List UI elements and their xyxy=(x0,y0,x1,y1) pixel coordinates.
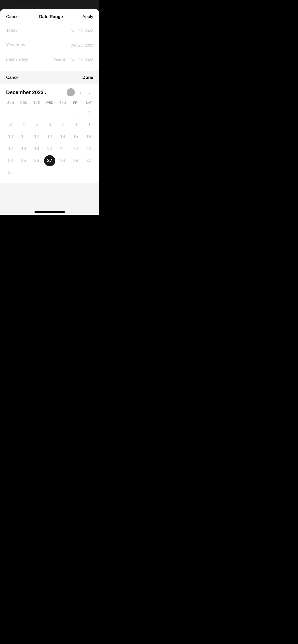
calendar-day[interactable]: 19 xyxy=(30,143,43,154)
calendar-day[interactable]: 17 xyxy=(4,143,17,154)
calendar-day[interactable]: 18 xyxy=(17,143,30,154)
calendar-day xyxy=(17,167,30,178)
dow-cell: SAT xyxy=(82,99,95,106)
date-range-item[interactable]: YesterdayDec 26, 2023 xyxy=(6,38,93,52)
bottom-sheet-header: Cancel Done xyxy=(0,71,99,84)
calendar-day[interactable]: 8 xyxy=(69,119,82,130)
calendar-day[interactable]: 22 xyxy=(69,143,82,154)
bottom-cancel-button[interactable]: Cancel xyxy=(6,75,20,80)
top-cancel-button[interactable]: Cancel xyxy=(6,14,20,19)
calendar-day xyxy=(30,107,43,119)
done-button[interactable]: Done xyxy=(83,75,93,80)
nav-dot-indicator xyxy=(67,88,75,96)
calendar-day xyxy=(43,107,56,119)
calendar-day[interactable]: 7 xyxy=(56,119,69,130)
month-year-label: December 2023 xyxy=(6,90,44,95)
next-month-button[interactable]: › xyxy=(86,89,93,96)
apply-button[interactable]: Apply xyxy=(82,14,93,19)
calendar-day[interactable]: 9 xyxy=(82,119,95,130)
calendar-day xyxy=(56,167,69,178)
calendar-day xyxy=(4,107,17,119)
calendar-day[interactable]: 30 xyxy=(82,155,95,166)
calendar-sheet: Cancel Done December 2023 › ‹ › SUNMONTU… xyxy=(0,71,99,215)
nav-controls: ‹ › xyxy=(67,88,93,96)
calendar-day[interactable]: 1 xyxy=(69,107,82,119)
calendar-day[interactable]: 27 xyxy=(44,155,55,166)
date-range-value: Dec 26, 2023 xyxy=(71,43,93,47)
date-range-label: Last 7 days xyxy=(6,57,28,62)
calendar-day[interactable]: 10 xyxy=(4,131,17,142)
calendar-day[interactable]: 12 xyxy=(30,131,43,142)
month-chevron-icon: › xyxy=(45,90,47,95)
calendar-day xyxy=(30,167,43,178)
calendar-day[interactable]: 11 xyxy=(17,131,30,142)
calendar-day[interactable]: 23 xyxy=(82,143,95,154)
calendar-day[interactable]: 28 xyxy=(56,155,69,166)
calendar-day xyxy=(17,107,30,119)
calendar-day[interactable]: 15 xyxy=(69,131,82,142)
calendar-day[interactable]: 26 xyxy=(30,155,43,166)
home-indicator xyxy=(34,211,65,213)
calendar-day[interactable]: 14 xyxy=(56,131,69,142)
calendar-grid: 1234567891011121314151617181920212223242… xyxy=(4,107,95,178)
dow-cell: SUN xyxy=(4,99,17,106)
calendar-day xyxy=(56,107,69,119)
calendar-day xyxy=(82,167,95,178)
date-range-label: Yesterday xyxy=(6,42,25,48)
date-range-label: Today xyxy=(6,28,18,33)
calendar-month-title[interactable]: December 2023 › xyxy=(6,90,47,95)
calendar-day xyxy=(43,167,56,178)
calendar-day[interactable]: 3 xyxy=(4,119,17,130)
calendar-day[interactable]: 31 xyxy=(4,167,17,178)
calendar-wrapper: December 2023 › ‹ › SUNMONTUEWEDTHUFRISA… xyxy=(0,84,99,183)
calendar-day[interactable]: 21 xyxy=(56,143,69,154)
calendar-day[interactable]: 4 xyxy=(17,119,30,130)
calendar-day[interactable]: 24 xyxy=(4,155,17,166)
dow-cell: MON xyxy=(17,99,30,106)
calendar-day[interactable]: 29 xyxy=(69,155,82,166)
days-of-week: SUNMONTUEWEDTHUFRISAT xyxy=(4,99,95,106)
dow-cell: WED xyxy=(43,99,56,106)
date-range-item[interactable]: TodayDec 27, 2023 xyxy=(6,23,93,38)
date-range-value: Dec 20 – Dec 27, 2023 xyxy=(54,57,93,62)
sheet-title: Date Range xyxy=(39,14,63,19)
calendar-day[interactable]: 2 xyxy=(82,107,95,119)
dow-cell: FRI xyxy=(69,99,82,106)
top-sheet-header: Cancel Date Range Apply xyxy=(0,9,99,23)
calendar-day[interactable]: 5 xyxy=(30,119,43,130)
calendar-day xyxy=(69,167,82,178)
calendar-day[interactable]: 13 xyxy=(43,131,56,142)
calendar-day[interactable]: 20 xyxy=(43,143,56,154)
date-range-item[interactable]: Last 7 daysDec 20 – Dec 27, 2023 xyxy=(6,52,93,67)
date-range-value: Dec 27, 2023 xyxy=(71,28,93,33)
calendar-day[interactable]: 6 xyxy=(43,119,56,130)
calendar-day[interactable]: 25 xyxy=(17,155,30,166)
dow-cell: TUE xyxy=(30,99,43,106)
dow-cell: THU xyxy=(56,99,69,106)
prev-month-button[interactable]: ‹ xyxy=(77,89,84,96)
calendar-day[interactable]: 16 xyxy=(82,131,95,142)
calendar-nav: December 2023 › ‹ › xyxy=(4,84,95,99)
